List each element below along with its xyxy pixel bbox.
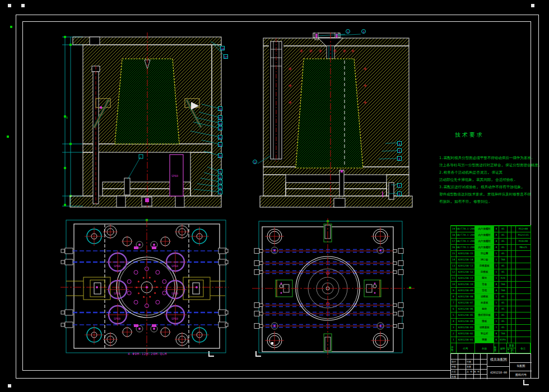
parts-cell: 2 xyxy=(451,330,457,337)
parts-cell: 1 xyxy=(494,318,499,324)
parts-cell: 内六角螺钉 xyxy=(475,232,494,238)
parts-cell: M8×25 xyxy=(516,244,531,250)
parts-cell: 1 xyxy=(494,263,499,269)
part-balloon: 17 xyxy=(224,54,228,59)
hole-dimension-note: 4-Φ9M-12H-20M-QLM xyxy=(128,352,167,356)
spring-label: SP60 xyxy=(171,317,178,320)
parts-cell: 4201218-14 xyxy=(457,256,476,263)
parts-cell: 内六角螺钉 xyxy=(475,238,494,244)
parts-cell: 1 xyxy=(494,269,499,275)
tech-line: 2.检查各个活动机构是否灵活, 保证其 xyxy=(439,170,503,175)
parts-cell: 13 xyxy=(451,263,457,269)
parts-cell: 弹簧 xyxy=(475,337,494,343)
parts-row: 17GB/T70.1-2000内六角螺钉445M10×90 xyxy=(451,238,531,244)
fold-mark xyxy=(523,380,529,385)
parts-cell xyxy=(516,312,531,318)
cell-scale: 比例 xyxy=(467,360,471,363)
spring-box: SP60 xyxy=(170,155,183,196)
parts-row: 114201218-11型芯1P20 xyxy=(451,275,531,281)
part-balloon: 8 xyxy=(218,175,222,179)
parts-cell xyxy=(516,306,531,312)
parts-cell: 45 xyxy=(499,312,508,318)
spring-label: SP60 xyxy=(114,264,120,268)
parts-cell xyxy=(511,281,516,287)
parts-cell: 1 xyxy=(451,337,457,343)
cell-sheet-code: 图纸代号 xyxy=(510,373,532,376)
drawing-number: 4201218-00 xyxy=(488,371,509,374)
spring-label: SP60 xyxy=(114,317,120,320)
parts-row: 104201218-10导套4T8A xyxy=(451,281,531,287)
cad-canvas: { "doc": { "type": "mold-assembly-cad-dr… xyxy=(0,0,549,392)
parts-cell xyxy=(516,263,531,269)
part-balloon: 15 xyxy=(218,115,222,120)
parts-row: 54201218-05推杆固定板145 xyxy=(451,312,531,318)
parts-cell: 4201218-07 xyxy=(457,300,476,306)
parts-cell: 4201218-03 xyxy=(457,324,476,330)
section-view-side xyxy=(252,32,415,209)
parts-cell: 45 xyxy=(499,318,508,324)
parts-cell xyxy=(511,293,516,300)
parts-cell: 5 xyxy=(451,312,457,318)
parts-cell: T8A xyxy=(499,256,508,263)
parts-cell xyxy=(508,306,512,312)
parts-cell xyxy=(511,330,516,337)
inner-border-left xyxy=(22,21,23,371)
parts-cell xyxy=(511,263,516,269)
inner-border-top xyxy=(22,21,531,22)
tech-line: 塑件成型数值达到技术要求, 发现异样应及时修整且不得 xyxy=(439,192,531,197)
parts-cell: T8A xyxy=(499,281,508,287)
corner-mark xyxy=(21,4,25,7)
parts-cell: GB/T70.1-2000 xyxy=(457,244,476,250)
parts-cell: 4201218-02 xyxy=(457,330,476,337)
parts-cell xyxy=(511,232,516,238)
parts-cell: 9 xyxy=(451,287,457,293)
parts-row: 16GB/T70.1-2000内六角螺钉445M8×25 xyxy=(451,244,531,250)
parts-cell: 导套 xyxy=(475,281,494,287)
parts-cell: 1 xyxy=(494,300,499,306)
parts-cell xyxy=(508,238,512,244)
cell-check: 审核 xyxy=(452,365,456,368)
corner-mark xyxy=(8,4,11,7)
parts-cell xyxy=(516,293,531,300)
parts-cell: 1 xyxy=(494,256,499,263)
parts-row: 24201218-02复位杆4T8A xyxy=(451,330,531,337)
parts-cell: 导柱 xyxy=(475,287,494,293)
grip-point xyxy=(10,26,12,28)
parts-cell xyxy=(508,287,512,293)
parts-cell: 45 xyxy=(499,244,508,250)
parts-cell: 45 xyxy=(499,269,508,275)
tech-line: 活动部位无卡滞现象, 装其间隙, 合适经验收. xyxy=(439,178,516,183)
cell-approve: 批准 xyxy=(452,375,456,378)
parts-cell: 4201218-06 xyxy=(457,306,476,312)
header-material: 材料 xyxy=(499,343,508,354)
part-balloon: 5 xyxy=(397,148,402,153)
parts-cell: 45 xyxy=(499,232,508,238)
parts-cell: 4 xyxy=(494,244,499,250)
parts-cell xyxy=(511,250,516,256)
parts-cell: 浇口套 xyxy=(475,256,494,263)
parts-row: 19GB/T70.1-2000内六角螺钉445M12×40 xyxy=(451,226,531,232)
parts-cell: 45 xyxy=(499,300,508,306)
parts-cell: 动模座板 xyxy=(475,324,494,330)
tech-requirements: 技术要求 1.装配时模具分型面必须平整不得错动保持一律作为基准.注上各导柱与另一… xyxy=(439,131,534,215)
parts-cell: T8A xyxy=(499,287,508,293)
parts-cell: 4 xyxy=(494,238,499,244)
part-balloon: 11 xyxy=(218,142,222,147)
parts-cell: 6 xyxy=(494,337,499,343)
parts-cell: GB/T70.1-2000 xyxy=(457,238,476,244)
parts-row: 74201218-07支承板145 xyxy=(451,300,531,306)
parts-cell: 垫块 xyxy=(475,306,494,312)
header-weight: 重量 xyxy=(507,343,515,348)
parts-row: 144201218-14浇口套1T8A xyxy=(451,256,531,263)
cell-mass: 质量 xyxy=(467,365,471,368)
parts-cell xyxy=(511,244,516,250)
header-weight-group: 重量 单件 总计 xyxy=(507,343,516,354)
parts-cell: 4 xyxy=(494,226,499,232)
parts-cell xyxy=(516,330,531,337)
parts-row: 44201218-04推板145 xyxy=(451,318,531,324)
spring-label: SP60 xyxy=(171,264,178,268)
parts-row: 134201218-13定模座板145 xyxy=(451,263,531,269)
leader-box xyxy=(139,155,143,158)
parts-cell: 动模板 xyxy=(475,293,494,300)
parts-row: 14201218-01弹簧665Mn xyxy=(451,337,531,343)
